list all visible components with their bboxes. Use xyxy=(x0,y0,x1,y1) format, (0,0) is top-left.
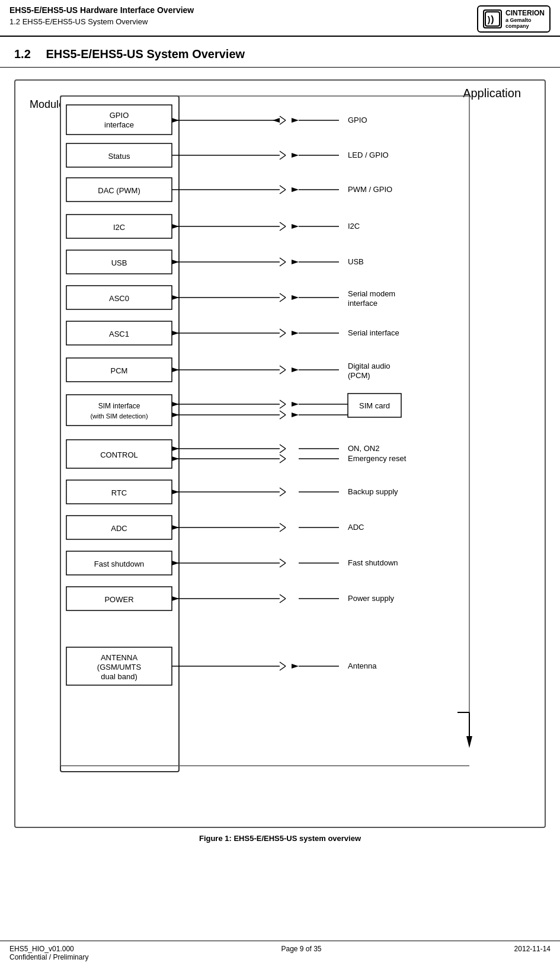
svg-line-139 xyxy=(280,599,286,603)
svg-marker-48 xyxy=(292,260,299,264)
page-header: EHS5-E/EHS5-US Hardware Interface Overvi… xyxy=(0,0,560,37)
svg-text:USB: USB xyxy=(348,257,364,266)
header-subtitle: 1.2 EHS5-E/EHS5-US System Overview xyxy=(9,17,194,27)
footer-center: Page 9 of 35 xyxy=(281,945,321,961)
svg-line-74 xyxy=(280,370,286,374)
svg-line-114 xyxy=(280,488,286,492)
svg-marker-76 xyxy=(292,367,299,372)
svg-line-115 xyxy=(280,492,286,496)
svg-line-21 xyxy=(280,155,286,159)
svg-text:Fast shutdown: Fast shutdown xyxy=(348,558,398,567)
svg-text:Serial modem: Serial modem xyxy=(348,289,395,298)
svg-line-73 xyxy=(280,366,286,370)
footer-left: EHS5_HIO_v01.000 Confidential / Prelimin… xyxy=(9,945,88,961)
svg-marker-95 xyxy=(292,413,299,417)
svg-text:ASC0: ASC0 xyxy=(109,294,129,303)
svg-text:): ) xyxy=(488,15,491,24)
svg-line-37 xyxy=(280,226,286,231)
svg-line-92 xyxy=(280,411,286,415)
svg-marker-89 xyxy=(292,402,299,407)
svg-line-100 xyxy=(280,445,286,449)
svg-text:Digital audio: Digital audio xyxy=(348,362,391,370)
svg-marker-156 xyxy=(466,736,472,748)
svg-text:(with SIM detection): (with SIM detection) xyxy=(90,413,148,420)
svg-line-55 xyxy=(280,298,286,302)
page-footer: EHS5_HIO_v01.000 Confidential / Prelimin… xyxy=(0,941,560,965)
svg-line-54 xyxy=(280,293,286,298)
svg-text:ON, ON2: ON, ON2 xyxy=(348,444,379,453)
svg-line-106 xyxy=(280,455,286,459)
svg-text:(GSM/UMTS: (GSM/UMTS xyxy=(97,663,142,672)
svg-text:Serial interface: Serial interface xyxy=(348,328,399,337)
header-left: EHS5-E/EHS5-US Hardware Interface Overvi… xyxy=(9,5,194,27)
svg-line-123 xyxy=(280,527,286,532)
svg-text:interface: interface xyxy=(104,120,134,129)
svg-marker-57 xyxy=(292,295,299,300)
svg-text:ANTENNA: ANTENNA xyxy=(101,653,137,662)
svg-text:ADC: ADC xyxy=(111,524,127,533)
svg-text:ASC1: ASC1 xyxy=(109,330,129,338)
svg-line-45 xyxy=(280,258,286,262)
svg-text:DAC (PWM): DAC (PWM) xyxy=(98,186,140,195)
section-heading: 1.2 EHS5-E/EHS5-US System Overview xyxy=(0,37,560,68)
svg-marker-150 xyxy=(292,664,299,669)
svg-line-130 xyxy=(280,559,286,563)
svg-text:Antenna: Antenna xyxy=(348,661,377,670)
svg-text:ADC: ADC xyxy=(348,523,364,532)
svg-text:Backup supply: Backup supply xyxy=(348,487,398,496)
svg-text:Fast shutdown: Fast shutdown xyxy=(94,559,145,568)
svg-text:RTC: RTC xyxy=(111,488,127,497)
svg-text:I2C: I2C xyxy=(113,223,125,232)
svg-text:I2C: I2C xyxy=(348,222,360,231)
svg-marker-14 xyxy=(292,118,299,123)
svg-text:SIM card: SIM card xyxy=(359,401,390,410)
logo-icon: ) ) xyxy=(483,9,502,28)
svg-line-36 xyxy=(280,222,286,226)
svg-text:interface: interface xyxy=(348,299,377,308)
svg-marker-39 xyxy=(292,224,299,229)
svg-marker-67 xyxy=(292,331,299,335)
diagram-svg-wrapper: GPIO interface GPIO Status xyxy=(25,90,535,815)
svg-text:): ) xyxy=(491,14,494,24)
svg-line-28 xyxy=(280,186,286,190)
svg-line-87 xyxy=(280,404,286,408)
svg-text:dual band): dual band) xyxy=(101,672,137,681)
svg-line-65 xyxy=(280,333,286,337)
svg-text:SIM interface: SIM interface xyxy=(98,402,140,410)
svg-text:USB: USB xyxy=(111,258,127,267)
logo-text: CINTERION a Gemalto company xyxy=(505,9,545,29)
figure-caption-text: Figure 1: EHS5-E/EHS5-US system overview xyxy=(199,834,361,843)
main-diagram-svg: GPIO interface GPIO Status xyxy=(25,90,529,813)
svg-line-11 xyxy=(280,120,286,124)
svg-text:GPIO: GPIO xyxy=(110,111,129,120)
section-title: EHS5-E/EHS5-US System Overview xyxy=(46,47,245,60)
svg-marker-13 xyxy=(273,118,280,123)
svg-text:PWM / GPIO: PWM / GPIO xyxy=(348,185,392,194)
svg-line-93 xyxy=(280,415,286,419)
svg-text:CONTROL: CONTROL xyxy=(100,450,138,459)
svg-text:(PCM): (PCM) xyxy=(348,371,370,380)
svg-text:POWER: POWER xyxy=(104,595,133,604)
svg-rect-6 xyxy=(66,105,172,135)
svg-line-64 xyxy=(280,329,286,333)
header-logo: ) ) CINTERION a Gemalto company xyxy=(479,5,551,33)
header-title: EHS5-E/EHS5-US Hardware Interface Overvi… xyxy=(9,5,194,17)
svg-marker-30 xyxy=(292,187,299,192)
svg-line-131 xyxy=(280,563,286,567)
svg-line-148 xyxy=(280,662,286,666)
svg-line-107 xyxy=(280,459,286,463)
svg-text:Status: Status xyxy=(108,152,130,161)
svg-line-149 xyxy=(280,666,286,670)
svg-marker-22 xyxy=(292,153,299,158)
footer-right: 2012-11-14 xyxy=(514,945,551,961)
diagram-area: Application Module GPIO interface xyxy=(0,68,560,864)
section-number: 1.2 xyxy=(14,47,31,60)
svg-line-20 xyxy=(280,151,286,155)
svg-line-46 xyxy=(280,262,286,266)
svg-text:Emergency reset: Emergency reset xyxy=(348,454,407,463)
svg-line-29 xyxy=(280,190,286,194)
svg-line-10 xyxy=(280,116,286,120)
svg-text:Power supply: Power supply xyxy=(348,594,395,603)
outer-box: Application Module GPIO interface xyxy=(14,79,546,828)
figure-caption: Figure 1: EHS5-E/EHS5-US system overview xyxy=(14,834,546,843)
